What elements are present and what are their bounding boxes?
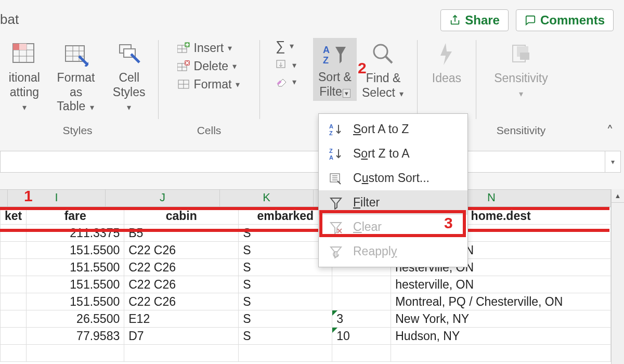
sort-az-icon: AZ <box>328 123 344 136</box>
sort-filter-icon: A Z <box>321 41 349 69</box>
svg-text:A: A <box>329 154 333 161</box>
collapse-ribbon-icon[interactable]: ˄ <box>606 123 614 140</box>
eraser-icon <box>276 76 288 87</box>
chevron-down-icon: ▾ <box>291 60 297 70</box>
chevron-down-icon: ▾ <box>227 43 233 53</box>
chevron-down-icon: ▾ <box>235 80 241 89</box>
svg-line-33 <box>386 57 392 63</box>
annotation-highlight <box>0 229 318 232</box>
ribbon-tab-partial[interactable]: bat <box>0 11 19 28</box>
format-icon <box>177 79 191 91</box>
table-icon <box>62 40 90 68</box>
table-row[interactable]: 151.5500C22 C26Shesterville, ON <box>1 259 611 276</box>
formula-bar[interactable]: ▾ <box>0 151 621 173</box>
format-as-table-button[interactable]: Format asTable ▾ <box>48 38 105 116</box>
share-button[interactable]: Share <box>440 9 509 31</box>
magnifier-icon <box>369 40 397 68</box>
chevron-down-icon: ▾ <box>21 103 28 112</box>
chevron-down-icon: ▾ <box>89 103 95 112</box>
filter-icon <box>328 196 344 210</box>
table-row[interactable]: 151.5500C22 C26Shesterville, ON <box>1 276 611 293</box>
ribbon: itionalatting ▾ Format asTable ▾ CellSty… <box>0 34 624 138</box>
delete-button[interactable]: Delete ▾ <box>177 59 241 73</box>
svg-point-32 <box>374 45 387 58</box>
format-button[interactable]: Format ▾ <box>177 77 241 92</box>
table-row[interactable]: 26.5500E12S3New York, NY <box>1 310 611 328</box>
divider <box>158 40 159 119</box>
table-row[interactable]: 77.9583D7S10Hudson, NY <box>1 328 611 345</box>
divider <box>476 40 476 119</box>
cell-styles-icon <box>115 40 143 68</box>
share-icon <box>449 15 461 26</box>
sort-filter-dropdown: AZ Sort A to Z ZA Sort Z to A Custom Sor… <box>318 113 468 267</box>
dropdown-caret-icon[interactable]: ▾ <box>343 89 350 98</box>
menu-sort-za[interactable]: ZA Sort Z to A <box>319 141 467 166</box>
formula-bar-expand-icon[interactable]: ▾ <box>605 151 620 172</box>
col-H-partial[interactable] <box>0 190 8 206</box>
menu-sort-az[interactable]: AZ Sort A to Z <box>319 117 467 141</box>
column-headers[interactable]: I J K L N <box>0 189 611 207</box>
chevron-down-icon: ▾ <box>289 41 295 51</box>
clear-button[interactable]: ▾ <box>276 76 297 87</box>
annotation-highlight <box>0 207 318 210</box>
clear-filter-icon <box>328 220 344 234</box>
fill-down-icon <box>276 59 288 71</box>
divider <box>417 40 418 119</box>
sort-filter-button[interactable]: A Z Sort &Filte▾ <box>313 38 357 101</box>
custom-sort-icon <box>328 172 344 185</box>
comment-icon <box>525 15 536 26</box>
svg-text:Z: Z <box>329 130 333 136</box>
annotation-1: 1 <box>24 187 33 205</box>
table-row[interactable] <box>1 345 611 362</box>
group-label-cells: Cells <box>162 124 256 137</box>
lightning-icon <box>433 40 461 68</box>
sensitivity-button[interactable]: Sensitivity▾ <box>491 38 551 102</box>
share-label: Share <box>465 13 500 28</box>
col-I[interactable]: I <box>8 190 106 206</box>
conditional-formatting-button[interactable]: itionalatting ▾ <box>3 38 46 116</box>
table-row[interactable]: 151.5500C22 C26SMontreal, PQ / Chestervi… <box>1 293 611 310</box>
group-label-sensitivity: Sensitivity <box>479 124 563 137</box>
svg-rect-5 <box>13 44 19 50</box>
sensitivity-icon <box>507 40 535 68</box>
autosum-button[interactable]: ∑ ▾ <box>276 38 297 54</box>
chevron-down-icon: ▾ <box>291 77 297 87</box>
chevron-down-icon: ▾ <box>231 61 238 71</box>
svg-rect-36 <box>520 53 529 60</box>
menu-custom-sort[interactable]: Custom Sort... <box>319 166 467 190</box>
chevron-down-icon: ▾ <box>126 103 132 112</box>
insert-button[interactable]: Insert ▾ <box>177 41 241 55</box>
col-K[interactable]: K <box>220 190 314 206</box>
group-label-styles: Styles <box>0 124 155 137</box>
svg-text:Z: Z <box>329 148 333 154</box>
scroll-up-icon[interactable]: ▲ <box>612 189 624 203</box>
annotation-highlight <box>467 207 609 210</box>
chevron-down-icon: ▾ <box>518 89 524 98</box>
fill-button[interactable]: ▾ <box>276 59 297 71</box>
menu-filter[interactable]: Filter <box>319 190 467 215</box>
col-J[interactable]: J <box>106 190 220 206</box>
cell-styles-button[interactable]: CellStyles ▾ <box>106 38 152 116</box>
annotation-highlight <box>467 229 609 232</box>
svg-text:A: A <box>323 45 330 55</box>
vertical-scrollbar[interactable]: ▲ <box>611 189 624 364</box>
table-row[interactable]: 151.5500C22 C26S11hesterville, ON <box>1 242 611 259</box>
chevron-down-icon: ▾ <box>398 89 405 98</box>
menu-reapply: Reapply <box>319 239 467 264</box>
annotation-3: 3 <box>444 214 453 232</box>
sort-za-icon: ZA <box>328 147 344 161</box>
ideas-button[interactable]: Ideas <box>429 38 464 88</box>
divider <box>259 40 260 119</box>
annotation-2: 2 <box>358 59 367 77</box>
reapply-icon <box>328 245 344 258</box>
svg-text:Z: Z <box>323 55 329 66</box>
table-row[interactable]: 211.3375B5S2 <box>1 225 611 242</box>
comments-button[interactable]: Comments <box>516 9 614 31</box>
comments-label: Comments <box>540 13 605 28</box>
sigma-icon: ∑ <box>276 38 285 54</box>
svg-text:A: A <box>329 123 333 129</box>
delete-icon <box>177 60 191 73</box>
svg-rect-6 <box>19 44 27 50</box>
insert-icon <box>177 42 191 55</box>
conditional-formatting-icon <box>10 40 38 68</box>
